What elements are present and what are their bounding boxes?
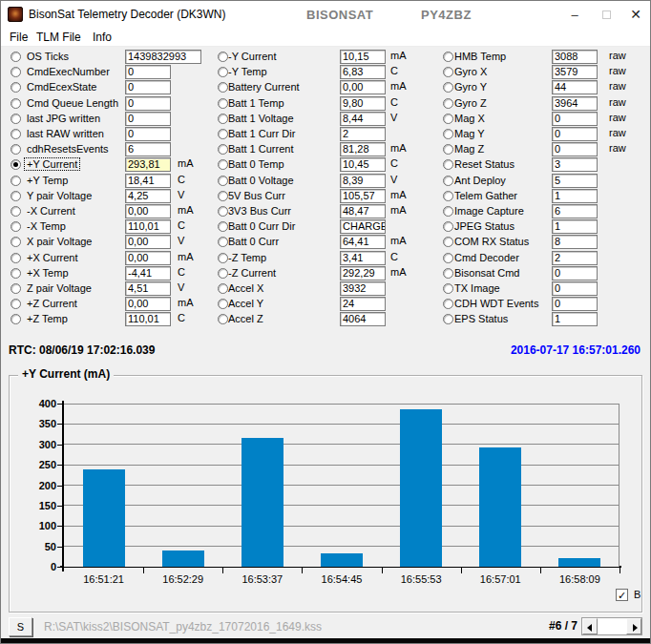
radio-button[interactable] <box>10 221 21 232</box>
value-field[interactable]: 292,29 <box>340 266 386 280</box>
radio-button[interactable] <box>218 159 228 170</box>
radio-button[interactable] <box>218 268 228 279</box>
value-field[interactable]: 293,81 <box>125 157 171 172</box>
value-field[interactable]: 110,01 <box>125 219 171 234</box>
radio-button[interactable] <box>443 206 453 217</box>
value-field[interactable]: 1439832993 <box>125 50 201 64</box>
radio-button[interactable] <box>443 176 453 186</box>
radio-button[interactable] <box>218 206 228 217</box>
radio-button[interactable] <box>443 114 453 124</box>
radio-button[interactable] <box>218 144 228 155</box>
value-field[interactable]: 3,41 <box>340 251 386 265</box>
value-field[interactable]: 3 <box>552 157 598 172</box>
radio-button[interactable] <box>443 67 453 77</box>
radio-button[interactable] <box>10 191 21 201</box>
value-field[interactable]: -4,41 <box>125 266 171 280</box>
value-field[interactable]: 1 <box>552 189 598 203</box>
radio-button[interactable] <box>10 314 21 324</box>
value-field[interactable]: 0 <box>125 112 171 126</box>
radio-button[interactable] <box>218 221 228 232</box>
value-field[interactable]: 6 <box>125 142 171 156</box>
radio-button[interactable] <box>218 283 228 294</box>
radio-button[interactable] <box>443 82 453 93</box>
value-field[interactable]: 6 <box>552 204 598 218</box>
radio-button[interactable] <box>10 98 21 109</box>
radio-button[interactable] <box>10 237 21 247</box>
value-field[interactable]: 0 <box>552 266 598 280</box>
radio-button[interactable] <box>218 237 228 247</box>
radio-button[interactable] <box>10 159 21 170</box>
radio-button[interactable] <box>218 114 228 124</box>
radio-button[interactable] <box>218 176 228 186</box>
value-field[interactable]: 0 <box>125 96 171 111</box>
value-field[interactable]: 0 <box>125 65 171 79</box>
value-field[interactable]: 1 <box>552 312 598 326</box>
value-field[interactable]: 64,41 <box>340 235 386 249</box>
radio-button[interactable] <box>443 253 453 263</box>
menu-tlm-file[interactable]: TLM File <box>36 31 81 44</box>
value-field[interactable]: 8,44 <box>340 112 386 126</box>
radio-button[interactable] <box>443 221 453 232</box>
value-field[interactable]: 5 <box>552 174 598 188</box>
value-field[interactable]: 4,25 <box>125 189 171 203</box>
radio-button[interactable] <box>10 283 21 294</box>
value-field[interactable]: 44 <box>552 80 598 94</box>
menu-info[interactable]: Info <box>93 31 112 44</box>
value-field[interactable]: 0,00 <box>125 251 171 265</box>
value-field[interactable]: 3932 <box>340 281 386 296</box>
radio-button[interactable] <box>218 253 228 263</box>
radio-button[interactable] <box>218 129 228 139</box>
radio-button[interactable] <box>443 299 453 309</box>
s-button[interactable]: S <box>9 617 32 636</box>
value-field[interactable]: 110,01 <box>125 312 171 326</box>
value-field[interactable]: 48,47 <box>340 204 386 218</box>
value-field[interactable]: 18,41 <box>125 174 171 188</box>
b-checkbox[interactable]: ✓ <box>616 589 628 601</box>
radio-button[interactable] <box>443 159 453 170</box>
value-field[interactable]: 105,57 <box>340 189 386 203</box>
radio-button[interactable] <box>10 268 21 279</box>
value-field[interactable]: 0 <box>552 127 598 141</box>
value-field[interactable]: 1 <box>552 219 598 234</box>
radio-button[interactable] <box>443 52 453 62</box>
radio-button[interactable] <box>443 98 453 109</box>
value-field[interactable]: 0 <box>552 297 598 311</box>
radio-button[interactable] <box>443 314 453 324</box>
value-field[interactable]: 6,83 <box>340 65 386 79</box>
scroll-left-button[interactable] <box>582 618 598 634</box>
radio-button[interactable] <box>10 114 21 124</box>
value-field[interactable]: 0,00 <box>125 204 171 218</box>
radio-button[interactable] <box>218 98 228 109</box>
radio-button[interactable] <box>10 206 21 217</box>
radio-button[interactable] <box>218 191 228 201</box>
radio-button[interactable] <box>10 176 21 186</box>
value-field[interactable]: 4064 <box>340 312 386 326</box>
value-field[interactable]: 2 <box>340 127 386 141</box>
value-field[interactable]: 3964 <box>552 96 598 111</box>
value-field[interactable]: 9,80 <box>340 96 386 111</box>
minimize-button[interactable]: – <box>560 1 589 29</box>
radio-button[interactable] <box>218 67 228 77</box>
radio-button[interactable] <box>10 253 21 263</box>
value-field[interactable]: 0 <box>552 281 598 296</box>
maximize-button[interactable] <box>592 1 620 29</box>
radio-button[interactable] <box>218 82 228 93</box>
radio-button[interactable] <box>10 144 21 155</box>
value-field[interactable]: 10,15 <box>340 50 386 64</box>
value-field[interactable]: 81,28 <box>340 142 386 156</box>
radio-button[interactable] <box>443 191 453 201</box>
scroll-right-button[interactable] <box>626 618 641 634</box>
value-field[interactable]: 0,00 <box>340 80 386 94</box>
value-field[interactable]: 3088 <box>552 50 598 64</box>
radio-button[interactable] <box>218 52 228 62</box>
value-field[interactable]: 0 <box>552 112 598 126</box>
value-field[interactable]: 8,39 <box>340 174 386 188</box>
value-field[interactable]: 8 <box>552 235 598 249</box>
value-field[interactable]: 24 <box>340 297 386 311</box>
radio-button[interactable] <box>443 283 453 294</box>
value-field[interactable]: 0,00 <box>125 297 171 311</box>
value-field[interactable]: 0 <box>125 127 171 141</box>
radio-button[interactable] <box>10 82 21 93</box>
radio-button[interactable] <box>443 144 453 155</box>
value-field[interactable]: CHARGE <box>340 219 386 234</box>
